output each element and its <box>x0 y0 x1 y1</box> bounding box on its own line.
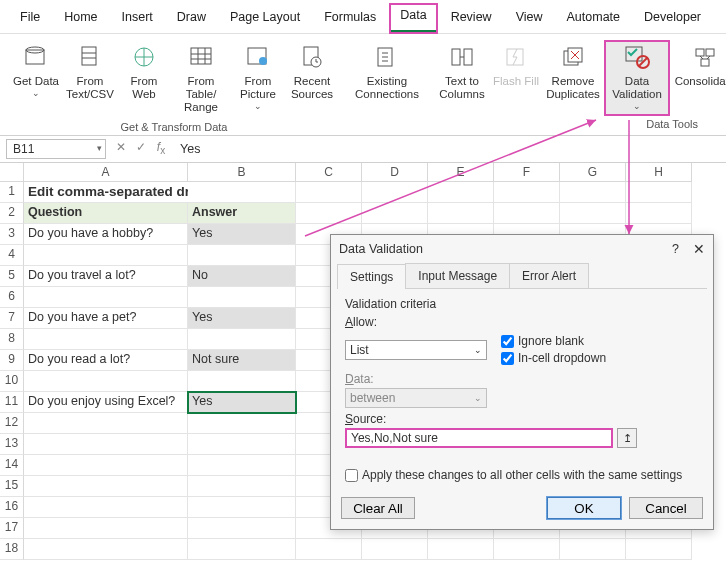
cmd-consolidate[interactable]: Consolidate <box>672 40 726 116</box>
select-all-corner[interactable] <box>0 163 24 182</box>
cmd-remove-duplicates[interactable]: Remove Duplicates <box>544 40 602 116</box>
table-icon <box>186 42 216 72</box>
collapse-dialog-icon: ↥ <box>623 432 632 445</box>
row-hdr[interactable]: 1 <box>0 182 24 203</box>
name-box[interactable]: B11▾ <box>6 139 106 159</box>
cmd-from-web[interactable]: From Web <box>118 40 170 119</box>
fx-icon[interactable]: fx <box>152 140 170 156</box>
svg-rect-4 <box>191 48 211 64</box>
recent-icon <box>297 42 327 72</box>
dlg-tab-input-message[interactable]: Input Message <box>405 263 510 288</box>
col-hdr-d[interactable]: D <box>362 163 428 182</box>
svg-rect-11 <box>464 49 472 65</box>
database-icon <box>21 42 51 72</box>
tab-draw[interactable]: Draw <box>167 6 216 32</box>
cmd-text-to-columns[interactable]: Text to Columns <box>436 40 488 116</box>
svg-rect-10 <box>452 49 460 65</box>
tab-data[interactable]: Data <box>390 4 436 33</box>
group-label-transform: Get & Transform Data <box>121 121 228 133</box>
clear-all-button[interactable]: Clear All <box>341 497 415 519</box>
incell-dropdown-checkbox[interactable]: In-cell dropdown <box>501 351 606 365</box>
col-hdr-h[interactable]: H <box>626 163 692 182</box>
allow-label: Allow: <box>345 315 699 329</box>
svg-point-6 <box>259 57 267 65</box>
tab-insert[interactable]: Insert <box>112 6 163 32</box>
col-hdr-g[interactable]: G <box>560 163 626 182</box>
chevron-down-icon: ⌄ <box>474 345 482 355</box>
tab-formulas[interactable]: Formulas <box>314 6 386 32</box>
csv-file-icon <box>75 42 105 72</box>
chevron-down-icon: ▾ <box>97 143 102 153</box>
ribbon: Get Data ⌄ From Text/CSV From Web From T… <box>0 34 726 136</box>
cell[interactable]: Question <box>24 203 188 224</box>
remove-duplicates-icon <box>558 42 588 72</box>
col-hdr-b[interactable]: B <box>188 163 296 182</box>
cmd-from-picture[interactable]: From Picture ⌄ <box>232 40 284 119</box>
range-selector-button[interactable]: ↥ <box>617 428 637 448</box>
cmd-from-table[interactable]: From Table/ Range <box>172 40 230 119</box>
enter-entry-icon[interactable]: ✓ <box>132 140 150 156</box>
tab-home[interactable]: Home <box>54 6 107 32</box>
tab-developer[interactable]: Developer <box>634 6 711 32</box>
cell[interactable]: Edit comma-separated drop down list <box>24 182 188 203</box>
svg-rect-15 <box>626 47 642 61</box>
tab-view[interactable]: View <box>506 6 553 32</box>
globe-icon <box>129 42 159 72</box>
ok-button[interactable]: OK <box>547 497 621 519</box>
flash-fill-icon <box>501 42 531 72</box>
group-label-datatools: Data Tools <box>646 118 698 130</box>
connections-icon <box>372 42 402 72</box>
data-validation-dialog: Data Validation ? ✕ Settings Input Messa… <box>330 234 714 530</box>
close-icon[interactable]: ✕ <box>693 241 705 257</box>
dlg-tab-settings[interactable]: Settings <box>337 264 406 289</box>
ignore-blank-checkbox[interactable]: Ignore blank <box>501 334 606 348</box>
col-hdr-c[interactable]: C <box>296 163 362 182</box>
ribbon-tabs: File Home Insert Draw Page Layout Formul… <box>0 0 726 34</box>
picture-icon <box>243 42 273 72</box>
data-validation-icon <box>622 42 652 72</box>
allow-select[interactable]: List ⌄ <box>345 340 487 360</box>
cmd-recent-sources[interactable]: Recent Sources <box>286 40 338 119</box>
criteria-label: Validation criteria <box>345 297 699 311</box>
formula-input[interactable]: Yes <box>176 140 720 158</box>
data-select: between ⌄ <box>345 388 487 408</box>
cmd-flash-fill[interactable]: Flash Fill <box>490 40 542 116</box>
cell[interactable]: Answer <box>188 203 296 224</box>
cmd-existing-connections[interactable]: Existing Connections <box>354 40 420 105</box>
cmd-get-data[interactable]: Get Data ⌄ <box>10 40 62 119</box>
cell[interactable] <box>296 182 362 203</box>
help-button[interactable]: ? <box>672 242 679 256</box>
dlg-tab-error-alert[interactable]: Error Alert <box>509 263 589 288</box>
col-hdr-f[interactable]: F <box>494 163 560 182</box>
col-hdr-a[interactable]: A <box>24 163 188 182</box>
svg-rect-19 <box>701 59 709 66</box>
active-cell[interactable]: Yes ▾ <box>188 392 296 413</box>
tab-automate[interactable]: Automate <box>557 6 631 32</box>
cancel-entry-icon[interactable]: ✕ <box>112 140 130 156</box>
chevron-down-icon: ⌄ <box>474 393 482 403</box>
tab-file[interactable]: File <box>10 6 50 32</box>
text-to-columns-icon <box>447 42 477 72</box>
source-input[interactable]: Yes,No,Not sure <box>345 428 613 448</box>
tab-review[interactable]: Review <box>441 6 502 32</box>
col-hdr-e[interactable]: E <box>428 163 494 182</box>
tab-pagelayout[interactable]: Page Layout <box>220 6 310 32</box>
svg-rect-2 <box>82 47 96 65</box>
cmd-from-csv[interactable]: From Text/CSV <box>64 40 116 119</box>
source-label: Source: <box>345 412 699 426</box>
svg-rect-18 <box>706 49 714 56</box>
svg-rect-17 <box>696 49 704 56</box>
cancel-button[interactable]: Cancel <box>629 497 703 519</box>
cell[interactable] <box>188 182 296 203</box>
consolidate-icon <box>690 42 720 72</box>
formula-bar: B11▾ ✕ ✓ fx Yes <box>0 136 726 163</box>
cmd-data-validation[interactable]: Data Validation ⌄ <box>604 40 670 116</box>
apply-all-checkbox[interactable]: Apply these changes to all other cells w… <box>345 468 699 482</box>
data-label: Data: <box>345 372 699 386</box>
dialog-title: Data Validation <box>339 242 423 256</box>
